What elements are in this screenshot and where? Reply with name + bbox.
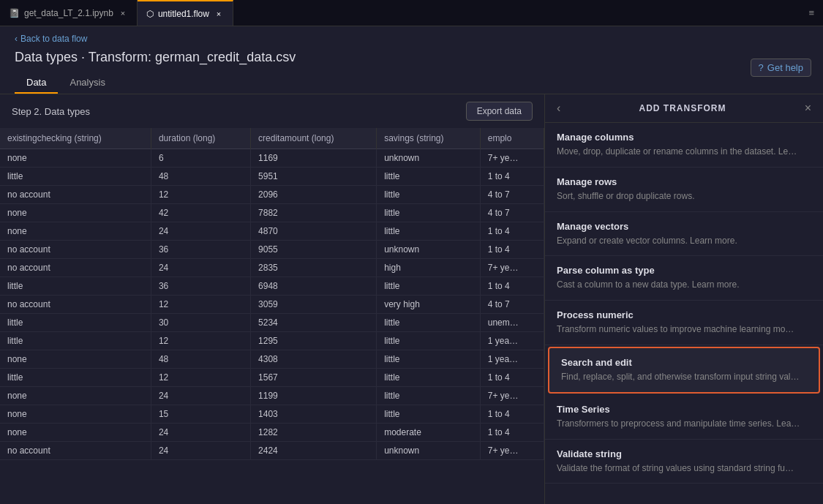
data-table-wrap[interactable]: existingchecking (string) duration (long… [0,128,544,504]
tab-flow-label: untitled1.flow [158,9,209,19]
transform-item-process-numeric[interactable]: Process numericTransform numeric values … [545,301,823,345]
transform-item-manage-rows[interactable]: Manage rowsSort, shuffle or drop duplica… [545,168,823,212]
table-row: no account369055unknown1 to 4 [0,241,544,259]
table-cell: 6 [151,149,250,168]
table-cell: 1 yea… [480,350,544,369]
data-panel: Step 2. Data types Export data existingc… [0,94,545,504]
table-cell: 48 [151,168,250,186]
tab-notebook-close[interactable]: × [118,8,128,18]
export-data-button[interactable]: Export data [466,102,533,121]
transform-item-parse-column[interactable]: Parse column as typeCast a column to a n… [545,256,823,301]
table-cell: little [377,369,481,387]
tab-data[interactable]: Data [15,72,58,94]
table-cell: 1 to 4 [480,222,544,241]
table-cell: 24 [151,259,250,277]
table-cell: little [377,186,481,204]
transform-item-title: Manage rows [557,176,811,187]
tab-flow[interactable]: ⬡ untitled1.flow × [138,0,233,26]
get-help-button[interactable]: ? Get help [751,59,811,77]
table-cell: little [377,204,481,222]
table-cell: no account [0,259,151,277]
transform-item-title: Process numeric [557,309,811,320]
table-cell: no account [0,442,151,460]
table-cell: 7+ ye… [480,442,544,460]
table-cell: 1 to 4 [480,277,544,296]
table-cell: 2835 [251,259,377,277]
table-cell: 24 [151,442,250,460]
table-cell: 9055 [251,241,377,259]
table-row: little121295little1 yea… [0,332,544,350]
tab-analysis[interactable]: Analysis [58,72,116,94]
table-cell: 7+ ye… [480,387,544,405]
table-cell: 5234 [251,314,377,332]
table-row: no account242424unknown7+ ye… [0,442,544,460]
table-cell: none [0,424,151,442]
table-cell: 42 [151,204,250,222]
transform-panel: ‹ ADD TRANSFORM × Manage columnsMove, dr… [545,94,823,504]
table-cell: 30 [151,314,250,332]
transform-item-time-series[interactable]: Time SeriesTransformers to preprocess an… [545,395,823,440]
table-row: little485951little1 to 4 [0,168,544,186]
col-creditamount: creditamount (long) [251,128,377,149]
table-row: none484308little1 yea… [0,350,544,369]
tab-notebook-label: get_data_LT_2.1.ipynb [24,8,113,18]
back-arrow-icon: ‹ [15,34,18,44]
table-cell: little [0,277,151,296]
data-table: existingchecking (string) duration (long… [0,128,544,460]
table-cell: little [377,350,481,369]
table-cell: little [377,277,481,296]
transform-item-desc: Cast a column to a new data type. Learn … [557,279,811,291]
table-cell: moderate [377,424,481,442]
get-help-label: Get help [767,62,803,73]
table-cell: 24 [151,424,250,442]
table-cell: little [377,332,481,350]
menu-icon: ≡ [808,7,814,18]
table-cell: no account [0,186,151,204]
table-cell: 12 [151,186,250,204]
transform-items-list: Manage columnsMove, drop, duplicate or r… [545,123,823,484]
table-cell: none [0,350,151,369]
table-row: none151403little1 to 4 [0,405,544,424]
tab-bar: 📓 get_data_LT_2.1.ipynb × ⬡ untitled1.fl… [0,0,823,26]
table-cell: unknown [377,442,481,460]
col-existingchecking: existingchecking (string) [0,128,151,149]
header: ‹ Back to data flow Data types · Transfo… [0,26,823,94]
transform-item-validate-string[interactable]: Validate stringValidate the format of st… [545,440,823,484]
back-to-flow[interactable]: ‹ Back to data flow [15,34,808,44]
table-cell: 4 to 7 [480,296,544,314]
table-cell: 1 to 4 [480,424,544,442]
transform-item-desc: Find, replace, split, and otherwise tran… [561,371,807,383]
transform-back-icon[interactable]: ‹ [557,102,560,115]
transform-item-desc: Transform numeric values to improve mach… [557,323,811,336]
transform-item-manage-vectors[interactable]: Manage vectorsExpand or create vector co… [545,212,823,257]
transform-item-title: Time Series [557,404,811,415]
table-row: little121567little1 to 4 [0,369,544,387]
transform-title: ADD TRANSFORM [566,103,798,113]
transform-item-title: Manage vectors [557,221,811,232]
table-cell: 24 [151,222,250,241]
transform-close-icon[interactable]: × [805,102,811,115]
table-row: none241282moderate1 to 4 [0,424,544,442]
table-cell: none [0,222,151,241]
table-cell: little [0,314,151,332]
tab-notebook[interactable]: 📓 get_data_LT_2.1.ipynb × [0,0,138,26]
table-cell: little [0,369,151,387]
table-cell: little [377,314,481,332]
table-cell: no account [0,241,151,259]
transform-item-search-and-edit[interactable]: Search and editFind, replace, split, and… [548,347,820,394]
table-cell: 36 [151,277,250,296]
transform-item-desc: Sort, shuffle or drop duplicate rows. [557,190,811,203]
transform-item-manage-columns[interactable]: Manage columnsMove, drop, duplicate or r… [545,123,823,168]
table-cell: 24 [151,387,250,405]
table-cell: 1 yea… [480,332,544,350]
tab-flow-close[interactable]: × [214,9,224,19]
table-cell: 5951 [251,168,377,186]
table-cell: little [377,405,481,424]
transform-item-title: Search and edit [561,357,807,368]
table-row: no account242835high7+ ye… [0,259,544,277]
table-cell: 6948 [251,277,377,296]
table-cell: 36 [151,241,250,259]
table-row: none427882little4 to 7 [0,204,544,222]
transform-item-title: Validate string [557,448,811,459]
transform-item-desc: Expand or create vector columns. Learn m… [557,235,811,247]
